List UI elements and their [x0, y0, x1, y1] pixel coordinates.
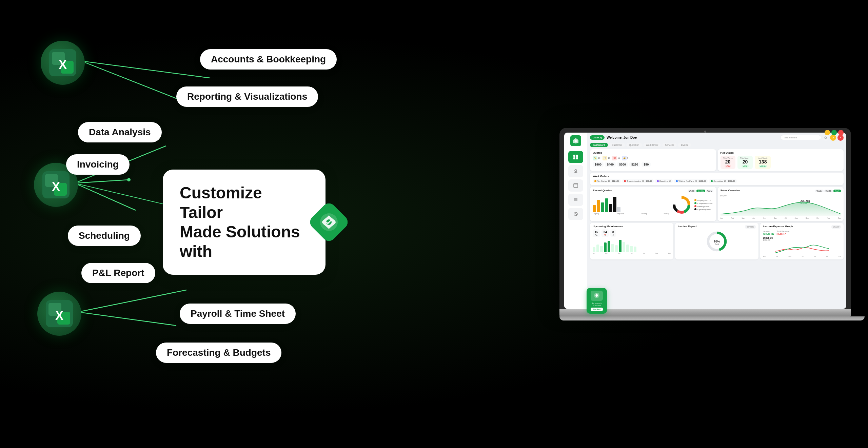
svg-point-40: [825, 137, 827, 139]
expense-value: Total Expense $50.87: [777, 230, 790, 236]
work-orders-card: Work Orders Not Started 11$124.36 Troubl…: [590, 173, 844, 185]
camera-dot: [704, 131, 706, 133]
nav-item-4[interactable]: Work Order: [643, 143, 661, 147]
weekly-tab[interactable]: Weekly: [688, 190, 696, 192]
sidebar-item-3[interactable]: [568, 179, 583, 192]
nav-item-2[interactable]: Customer: [609, 143, 625, 147]
income-expense-card: Income/Expense Graph Weekly Income $258.…: [760, 223, 844, 259]
income-value: Income $258.76: [763, 230, 774, 236]
nav-item-5[interactable]: Services: [662, 143, 677, 147]
get-pro-button[interactable]: Get Pro: [591, 308, 603, 309]
pm-next-month: Next Month 138 +81%: [755, 156, 771, 169]
quotes-card: Quotes ✏️ 29 📋 10: [590, 149, 716, 171]
laptop-bezel: Dataa.ig Welcome, Jon Doe Search here: [559, 128, 851, 309]
nav-tabs: Dashboard Customer Quotation Work Order …: [590, 143, 844, 147]
sidebar-dashboard[interactable]: [568, 151, 583, 163]
tag-reporting-viz: Reporting & Visualizations: [176, 86, 318, 107]
nav-dashboard[interactable]: Dashboard: [590, 143, 608, 147]
svg-text:X: X: [59, 58, 67, 72]
sales-monthly[interactable]: Monthly: [824, 190, 833, 192]
svg-line-39: [576, 214, 577, 215]
yearly-tab[interactable]: Yearly: [706, 190, 713, 192]
dashboard-sidebar: [564, 133, 587, 309]
dashboard: Dataa.ig Welcome, Jon Doe Search here: [564, 133, 846, 309]
svg-point-26: [575, 140, 577, 142]
nav-item-6[interactable]: Invoice: [678, 143, 691, 147]
get-pro-card[interactable]: Not access to all features Get Pro: [587, 288, 607, 309]
svg-text:$45,000: $45,000: [800, 202, 807, 204]
svg-point-31: [575, 170, 577, 172]
welcome-text: Welcome, Jon Doe: [607, 136, 637, 139]
donut-chart: [671, 195, 692, 215]
excel-icon-top: X: [41, 41, 85, 85]
wo-waiting: Waiting For Parts 24$500.36: [674, 179, 708, 183]
main-heading: Customize Tailor Made Solutions with: [180, 183, 309, 261]
tag-data-analysis: Data Analysis: [78, 122, 162, 142]
laptop: Dataa.ig Welcome, Jon Doe Search here: [559, 128, 851, 320]
pm-this-month: This Month 20 +3%: [737, 156, 753, 169]
svg-text:X: X: [55, 309, 63, 323]
settings-icon[interactable]: [823, 135, 829, 141]
monthly-tab[interactable]: Monthly: [696, 190, 705, 192]
tag-scheduling: Scheduling: [68, 226, 141, 246]
scene: X X X: [0, 0, 868, 448]
close-button[interactable]: ×: [837, 135, 844, 141]
dashboard-badge: Dataa.ig: [590, 135, 605, 140]
tag-accounts-bookkeeping: Accounts & Bookkeeping: [200, 49, 337, 70]
search-bar[interactable]: Search here: [781, 135, 821, 140]
wo-not-started: Not Started 11$124.36: [593, 179, 621, 183]
svg-rect-29: [573, 157, 575, 159]
main-cta-box: Customize Tailor Made Solutions with: [163, 170, 326, 275]
user-avatar[interactable]: J: [830, 135, 836, 141]
wo-completed: Completed 10$500.36: [709, 179, 737, 183]
sidebar-logo: [570, 135, 581, 146]
dashboard-main: Dataa.ig Welcome, Jon Doe Search here: [587, 133, 846, 309]
tag-forecasting-budgets: Forecasting & Budgets: [156, 343, 281, 363]
laptop-screen: Dataa.ig Welcome, Jon Doe Search here: [564, 133, 846, 309]
sales-chart: Jul - Aug $45,000: [721, 197, 841, 216]
svg-text:X: X: [52, 180, 60, 194]
income-chart: [763, 241, 841, 255]
invoice-date[interactable]: 07/2022: [745, 225, 756, 229]
sidebar-item-5[interactable]: [568, 208, 583, 220]
sales-overview-card: Sales Overview Weekly Monthly Yearly $60…: [718, 187, 844, 221]
svg-rect-30: [576, 157, 578, 159]
laptop-bottom: [559, 316, 865, 320]
nav-item-3[interactable]: Quotation: [626, 143, 642, 147]
brand-logo: [310, 203, 348, 241]
tag-pl-report: P&L Report: [81, 263, 155, 283]
pm-this-week: This Week 20 -7%: [721, 156, 735, 169]
sidebar-item-2[interactable]: [568, 165, 583, 177]
dashboard-header: Dataa.ig Welcome, Jon Doe Search here: [590, 135, 844, 141]
sales-weekly[interactable]: Weekly: [815, 190, 823, 192]
excel-icon-bottom: X: [37, 292, 81, 336]
svg-rect-28: [576, 155, 578, 157]
sidebar-item-4[interactable]: [568, 194, 583, 206]
sales-yearly[interactable]: Yearly: [833, 190, 841, 192]
wo-repairing: Repairing 18: [655, 179, 673, 183]
recent-quotes-card: Recent Quotes Weekly Monthly Yearly: [590, 187, 716, 221]
upcoming-maintenance-card: Upcoming Maintenance 15 📞 24 📅 8 ⏱: [590, 223, 673, 259]
svg-rect-27: [573, 155, 575, 157]
tag-payroll-timesheet: Payroll & Time Sheet: [180, 304, 296, 324]
wo-troubleshooting: Troubleshooting 86$50.36: [622, 179, 654, 183]
invoice-report-card: Invoice Report 07/2022: [675, 223, 758, 259]
svg-text:Jul - Aug: Jul - Aug: [800, 199, 810, 202]
svg-rect-32: [574, 183, 578, 188]
tag-invoicing: Invoicing: [66, 154, 130, 175]
pm-states-card: P.M States This Week 20 -7% Th: [718, 149, 844, 171]
income-period[interactable]: Weekly: [831, 225, 841, 229]
